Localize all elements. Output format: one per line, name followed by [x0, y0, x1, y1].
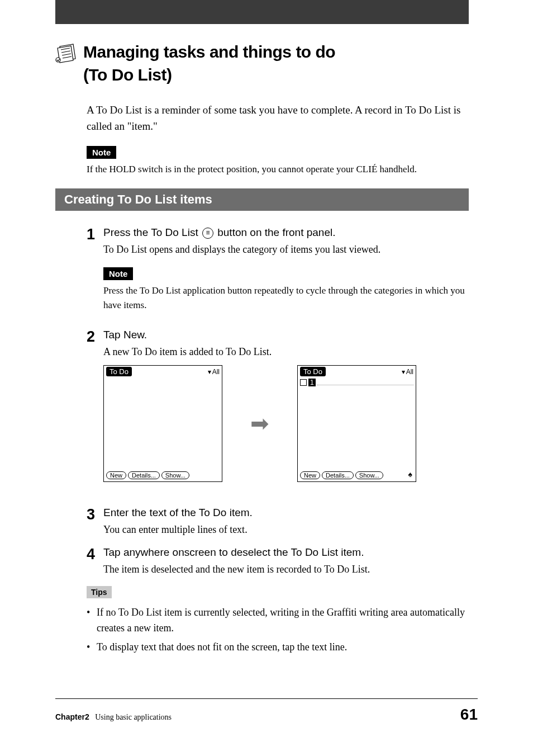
main-title-block: Managing tasks and things to do (To Do L… — [55, 41, 469, 86]
page-number: 61 — [460, 706, 478, 724]
step-desc: You can enter multiple lines of text. — [103, 522, 469, 537]
step-desc: The item is deselected and the new item … — [103, 562, 469, 577]
details-button: Details... — [322, 471, 354, 479]
screen-footer: New Details... Show... — [106, 471, 189, 479]
new-button: New — [106, 471, 126, 479]
intro-paragraph: A To Do List is a reminder of some task … — [87, 102, 469, 135]
step-number: 2 — [87, 329, 103, 498]
step-number: 1 — [87, 226, 103, 320]
page-footer: Chapter2 Using basic applications 61 — [55, 698, 478, 724]
todo-app-icon — [55, 43, 78, 63]
screen-header: To Do ▾ All — [104, 366, 222, 377]
step-3: 3 Enter the text of the To Do item. You … — [87, 507, 469, 537]
step-body: Tap anywhere onscreen to deselect the To… — [103, 546, 469, 577]
show-button: Show... — [161, 471, 189, 479]
text-input-line — [317, 380, 413, 385]
step-title-after: button on the front panel. — [215, 226, 336, 238]
header-bar — [55, 0, 469, 24]
step-4: 4 Tap anywhere onscreen to deselect the … — [87, 546, 469, 577]
step-list: 1 Press the To Do List button on the fro… — [87, 226, 469, 577]
inner-note-box: Note — [103, 267, 469, 280]
step-body: Tap New. A new To Do item is added to To… — [103, 329, 469, 498]
chapter-subtitle: Using basic applications — [95, 713, 172, 721]
step-title: Tap New. — [103, 329, 469, 341]
footer-chapter-info: Chapter2 Using basic applications — [55, 712, 172, 722]
title-line-2: (To Do List) — [83, 65, 172, 84]
step-desc: To Do List opens and displays the catego… — [103, 242, 469, 257]
new-button: New — [300, 471, 320, 479]
screenshot-row: To Do ▾ All New Details... Show... ➡ To … — [103, 365, 469, 482]
section-heading: Creating To Do List items — [55, 188, 469, 211]
tips-list: If no To Do List item is currently selec… — [87, 605, 469, 655]
note-label: Note — [103, 267, 133, 280]
step-title-before: Press the To Do List — [103, 226, 201, 238]
arrow-right-icon: ➡ — [250, 410, 269, 437]
chapter-label: Chapter2 — [55, 712, 89, 721]
category-value: All — [406, 368, 413, 376]
step-title: Press the To Do List button on the front… — [103, 226, 469, 239]
priority-badge: 1 — [308, 379, 316, 386]
step-1: 1 Press the To Do List button on the fro… — [87, 226, 469, 320]
inner-note-text: Press the To Do List application button … — [103, 284, 469, 312]
show-button: Show... — [355, 471, 383, 479]
step-number: 4 — [87, 546, 103, 577]
tip-item: If no To Do List item is currently selec… — [87, 605, 469, 636]
scroll-up-icon: ♠ — [408, 470, 412, 479]
step-number: 3 — [87, 507, 103, 537]
step-2: 2 Tap New. A new To Do item is added to … — [87, 329, 469, 498]
screen-header: To Do ▾ All — [298, 366, 416, 377]
screenshot-before: To Do ▾ All New Details... Show... — [103, 365, 222, 482]
new-todo-item: 1 — [300, 379, 413, 386]
step-title: Tap anywhere onscreen to deselect the To… — [103, 546, 469, 559]
category-dropdown: ▾ All — [402, 368, 413, 376]
screen-tab: To Do — [300, 367, 326, 376]
step-body: Press the To Do List button on the front… — [103, 226, 469, 320]
category-value: All — [212, 368, 220, 376]
note-label: Note — [87, 146, 116, 159]
screen-footer: New Details... Show... — [300, 471, 383, 479]
note-box-1: Note — [87, 146, 469, 159]
screenshot-after: To Do ▾ All 1 New Details... Show... — [297, 365, 416, 482]
screen-tab: To Do — [106, 367, 132, 376]
tips-label: Tips — [87, 586, 112, 598]
step-desc: A new To Do item is added to To Do List. — [103, 344, 469, 360]
todo-button-icon — [202, 228, 213, 239]
page-content: Managing tasks and things to do (To Do L… — [55, 41, 469, 659]
checkbox-icon — [300, 379, 307, 386]
category-dropdown: ▾ All — [208, 368, 220, 376]
tip-item: To display text that does not fit on the… — [87, 640, 469, 655]
step-body: Enter the text of the To Do item. You ca… — [103, 507, 469, 537]
note-text-1: If the HOLD switch is in the protect pos… — [87, 162, 469, 177]
title-line-1: Managing tasks and things to do — [83, 42, 335, 61]
step-title: Enter the text of the To Do item. — [103, 507, 469, 519]
page-title: Managing tasks and things to do (To Do L… — [83, 41, 335, 86]
details-button: Details... — [128, 471, 160, 479]
